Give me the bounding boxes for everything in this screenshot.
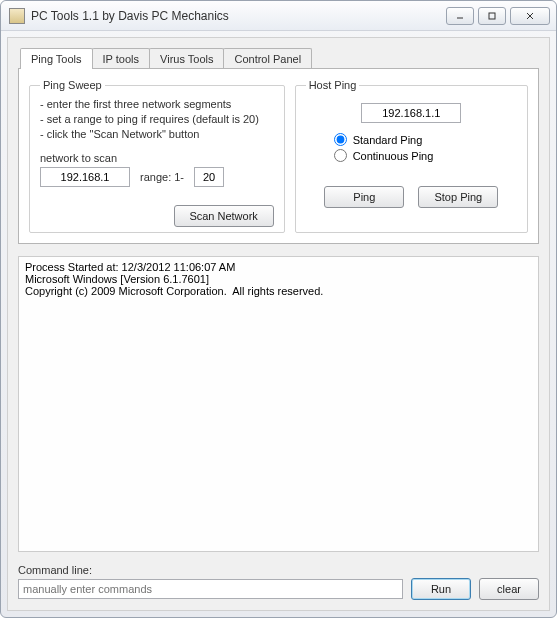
- radio-continuous-ping-row[interactable]: Continuous Ping: [334, 149, 517, 162]
- close-icon: [525, 11, 535, 21]
- app-window: PC Tools 1.1 by Davis PC Mechanics Ping …: [0, 0, 557, 618]
- stop-ping-button[interactable]: Stop Ping: [418, 186, 498, 208]
- tabs-row: Ping Tools IP tools Virus Tools Control …: [18, 48, 539, 69]
- host-ip-input[interactable]: [361, 103, 461, 123]
- radio-continuous-ping-label: Continuous Ping: [353, 150, 434, 162]
- ping-button[interactable]: Ping: [324, 186, 404, 208]
- instruction-line: - click the "Scan Network" button: [40, 127, 274, 142]
- minimize-icon: [455, 11, 465, 21]
- network-to-scan-label: network to scan: [40, 152, 274, 164]
- maximize-icon: [487, 11, 497, 21]
- run-button[interactable]: Run: [411, 578, 471, 600]
- maximize-button[interactable]: [478, 7, 506, 25]
- group-ping-sweep: Ping Sweep - enter the first three netwo…: [29, 79, 285, 233]
- radio-standard-ping-row[interactable]: Standard Ping: [334, 133, 517, 146]
- close-button[interactable]: [510, 7, 550, 25]
- output-console[interactable]: Process Started at: 12/3/2012 11:06:07 A…: [18, 256, 539, 552]
- output-wrap: Process Started at: 12/3/2012 11:06:07 A…: [18, 256, 539, 554]
- tab-pane-ping-tools: Ping Sweep - enter the first three netwo…: [18, 68, 539, 244]
- network-input[interactable]: [40, 167, 130, 187]
- range-label: range: 1-: [140, 171, 184, 183]
- command-section: Command line: Run clear: [18, 564, 539, 600]
- tab-control-panel[interactable]: Control Panel: [223, 48, 312, 69]
- ping-sweep-instructions: - enter the first three network segments…: [40, 97, 274, 142]
- range-input[interactable]: [194, 167, 224, 187]
- client-area: Ping Tools IP tools Virus Tools Control …: [7, 37, 550, 611]
- app-icon: [9, 8, 25, 24]
- group-ping-sweep-legend: Ping Sweep: [40, 79, 105, 91]
- radio-standard-ping-label: Standard Ping: [353, 134, 423, 146]
- tab-ping-tools[interactable]: Ping Tools: [20, 48, 93, 69]
- titlebar[interactable]: PC Tools 1.1 by Davis PC Mechanics: [1, 1, 556, 31]
- radio-continuous-ping[interactable]: [334, 149, 347, 162]
- svg-rect-1: [489, 13, 495, 19]
- instruction-line: - enter the first three network segments: [40, 97, 274, 112]
- group-host-ping: Host Ping Standard Ping Continuous Ping: [295, 79, 528, 233]
- instruction-line: - set a range to ping if requires (defau…: [40, 112, 274, 127]
- clear-button[interactable]: clear: [479, 578, 539, 600]
- window-controls: [446, 7, 550, 25]
- window-title: PC Tools 1.1 by Davis PC Mechanics: [31, 9, 446, 23]
- radio-standard-ping[interactable]: [334, 133, 347, 146]
- command-input[interactable]: [18, 579, 403, 599]
- group-host-ping-legend: Host Ping: [306, 79, 360, 91]
- tab-ip-tools[interactable]: IP tools: [92, 48, 151, 69]
- tab-virus-tools[interactable]: Virus Tools: [149, 48, 224, 69]
- scan-network-button[interactable]: Scan Network: [174, 205, 274, 227]
- minimize-button[interactable]: [446, 7, 474, 25]
- command-line-label: Command line:: [18, 564, 539, 576]
